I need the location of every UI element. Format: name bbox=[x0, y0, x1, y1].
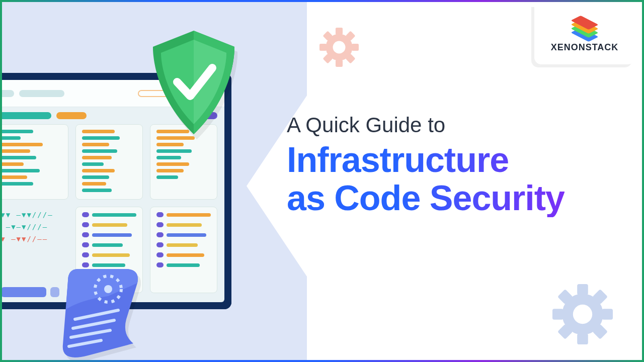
headline-kicker: A Quick Guide to bbox=[287, 113, 565, 137]
shield-check-icon bbox=[146, 28, 242, 138]
gear-icon bbox=[552, 284, 613, 344]
code-card bbox=[0, 124, 68, 200]
list-card bbox=[150, 207, 217, 293]
headline-title: Infrastructure as Code Security bbox=[287, 141, 565, 217]
svg-point-12 bbox=[573, 305, 592, 324]
stack-layers-icon bbox=[571, 16, 599, 39]
svg-rect-9 bbox=[552, 309, 564, 320]
headline-title-line2: as Code Security bbox=[287, 178, 565, 218]
svg-rect-3 bbox=[577, 284, 588, 295]
svg-rect-7 bbox=[577, 333, 588, 344]
headline-title-line1: Infrastructure bbox=[287, 140, 509, 179]
gear-icon bbox=[319, 28, 359, 67]
brand-name: XENONSTACK bbox=[551, 42, 619, 53]
headline-block: A Quick Guide to Infrastructure as Code … bbox=[287, 113, 565, 217]
code-card bbox=[75, 124, 143, 200]
brand-logo-card: XENONSTACK bbox=[534, 4, 635, 64]
svg-point-14 bbox=[104, 285, 112, 293]
report-scroll-icon bbox=[58, 264, 153, 362]
svg-point-2 bbox=[333, 41, 346, 54]
symbol-rows: ∨∨ ▼▼ —▼▼///— —▼— —▼—▼///— —— ▼ —▼▼//—— bbox=[0, 207, 68, 247]
window-footer bbox=[0, 287, 59, 297]
svg-rect-5 bbox=[602, 309, 613, 320]
svg-rect-0 bbox=[336, 28, 343, 35]
